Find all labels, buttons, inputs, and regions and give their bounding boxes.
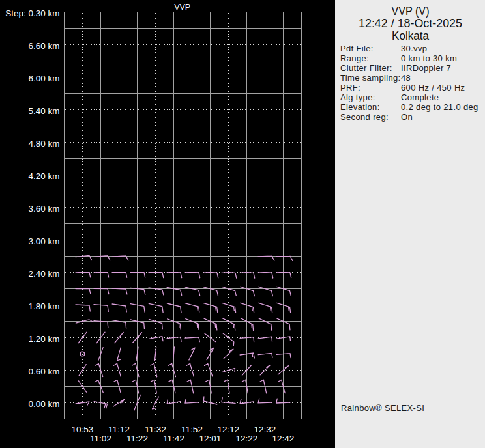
svg-text:1.80 km: 1.80 km [28, 301, 59, 311]
svg-text:0 km to 30 km: 0 km to 30 km [401, 53, 457, 63]
svg-text:VVP: VVP [174, 3, 190, 12]
svg-text:12:01: 12:01 [199, 434, 222, 443]
svg-text:Pdf File:: Pdf File: [340, 44, 374, 53]
svg-text:12:42 / 18-Oct-2025: 12:42 / 18-Oct-2025 [359, 16, 462, 30]
svg-text:On: On [401, 112, 413, 122]
svg-text:2.40 km: 2.40 km [28, 269, 59, 279]
svg-text:Clutter Filter:: Clutter Filter: [340, 63, 392, 73]
svg-text:PRF:: PRF: [340, 83, 360, 92]
svg-text:Step: 0.30 km: Step: 0.30 km [5, 8, 59, 18]
svg-text:12:12: 12:12 [218, 425, 240, 434]
svg-text:Kolkata: Kolkata [392, 29, 430, 42]
svg-text:11:52: 11:52 [181, 425, 203, 434]
svg-text:0.00 km: 0.00 km [28, 399, 59, 409]
svg-text:48: 48 [401, 73, 411, 83]
svg-text:0.60 km: 0.60 km [28, 367, 59, 376]
svg-text:11:42: 11:42 [163, 434, 184, 443]
svg-text:10:53: 10:53 [72, 425, 94, 434]
svg-text:4.80 km: 4.80 km [28, 139, 59, 148]
svg-text:12:42: 12:42 [272, 434, 295, 443]
svg-text:Range:: Range: [340, 53, 369, 63]
svg-text:30.vvp: 30.vvp [401, 44, 427, 53]
svg-text:11:32: 11:32 [145, 425, 166, 434]
svg-text:Time sampling:: Time sampling: [340, 73, 401, 83]
svg-text:3.60 km: 3.60 km [28, 204, 59, 214]
svg-text:600 Hz / 450 Hz: 600 Hz / 450 Hz [401, 83, 465, 92]
svg-text:12:32: 12:32 [254, 425, 276, 434]
svg-text:5.40 km: 5.40 km [28, 106, 59, 116]
svg-text:4.20 km: 4.20 km [28, 171, 59, 181]
svg-text:Rainbow® SELEX-SI: Rainbow® SELEX-SI [341, 403, 424, 413]
svg-text:Alg type:: Alg type: [340, 92, 375, 102]
svg-text:Second reg:: Second reg: [340, 112, 389, 122]
svg-text:Complete: Complete [401, 92, 439, 102]
svg-text:11:22: 11:22 [126, 434, 148, 443]
svg-text:Elevation:: Elevation: [340, 102, 380, 112]
svg-text:11:12: 11:12 [108, 425, 130, 434]
svg-text:12:22: 12:22 [236, 434, 258, 443]
svg-text:6.60 km: 6.60 km [28, 41, 59, 51]
svg-text:11:02: 11:02 [90, 434, 111, 443]
svg-text:0.2 deg to 21.0 deg: 0.2 deg to 21.0 deg [401, 102, 478, 112]
svg-text:6.00 km: 6.00 km [28, 74, 59, 83]
svg-text:IIRDoppler 7: IIRDoppler 7 [401, 63, 451, 73]
svg-text:3.00 km: 3.00 km [28, 236, 59, 246]
svg-text:VVP (V): VVP (V) [392, 4, 430, 18]
svg-text:1.20 km: 1.20 km [28, 334, 59, 344]
